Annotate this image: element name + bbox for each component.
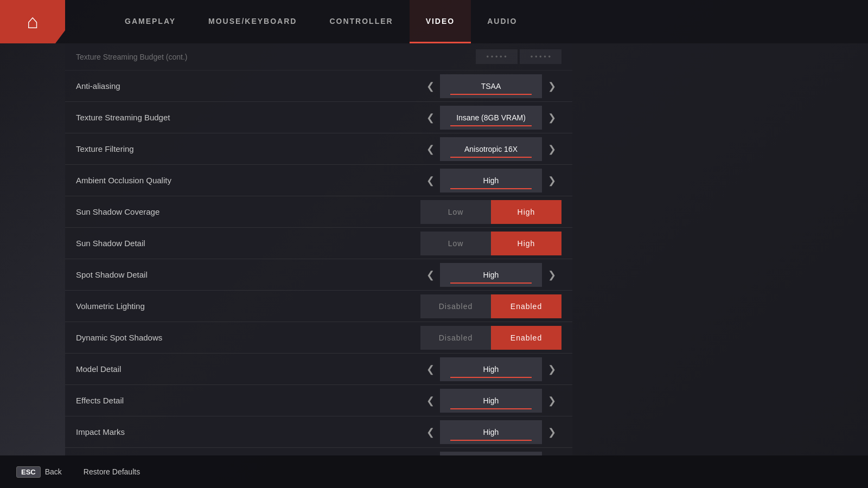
texture-filtering-control: ❮ Anisotropic 16X ❯: [420, 137, 561, 161]
ambient-occlusion-value: High: [440, 169, 542, 192]
impact-marks-label: Impact Marks: [76, 427, 420, 436]
effects-detail-next[interactable]: ❯: [542, 389, 561, 413]
ragdolls-prev[interactable]: ❮: [420, 452, 440, 456]
right-area: [572, 43, 868, 455]
partial-controls: • • • • • • • • • •: [476, 49, 561, 64]
texture-streaming-next[interactable]: ❯: [542, 106, 561, 130]
impact-marks-control: ❮ High ❯: [420, 420, 561, 444]
settings-list[interactable]: Texture Streaming Budget (cont.) • • • •…: [65, 43, 572, 455]
texture-filtering-next[interactable]: ❯: [542, 137, 561, 161]
restore-defaults-action[interactable]: Restore Defaults: [84, 467, 140, 476]
tab-mouse-keyboard[interactable]: MOUSE/KEYBOARD: [192, 0, 313, 43]
sun-shadow-coverage-low[interactable]: Low: [420, 200, 491, 224]
ragdolls-next[interactable]: ❯: [542, 452, 561, 456]
model-detail-control: ❮ High ❯: [420, 357, 561, 381]
nav-tabs: GAMEPLAY MOUSE/KEYBOARD CONTROLLER VIDEO…: [108, 0, 533, 43]
setting-row-effects-detail: Effects Detail ❮ High ❯: [65, 385, 572, 416]
main-content: Texture Streaming Budget (cont.) • • • •…: [0, 43, 868, 455]
dynamic-spot-shadows-disabled[interactable]: Disabled: [420, 326, 491, 350]
dynamic-spot-shadows-control: Disabled Enabled: [420, 326, 561, 350]
model-detail-next[interactable]: ❯: [542, 357, 561, 381]
effects-detail-value: High: [440, 389, 542, 413]
anti-aliasing-prev[interactable]: ❮: [420, 74, 440, 98]
spot-shadow-detail-control: ❮ High ❯: [420, 263, 561, 287]
setting-row-impact-marks: Impact Marks ❮ High ❯: [65, 416, 572, 448]
texture-streaming-label: Texture Streaming Budget: [76, 113, 420, 122]
sun-shadow-detail-label: Sun Shadow Detail: [76, 239, 420, 248]
setting-row-spot-shadow-detail: Spot Shadow Detail ❮ High ❯: [65, 259, 572, 291]
effects-detail-label: Effects Detail: [76, 396, 420, 405]
texture-streaming-control: ❮ Insane (8GB VRAM) ❯: [420, 106, 561, 130]
volumetric-lighting-enabled[interactable]: Enabled: [491, 294, 561, 318]
back-label: Back: [45, 467, 62, 476]
texture-streaming-prev[interactable]: ❮: [420, 106, 440, 130]
ambient-occlusion-control: ❮ High ❯: [420, 169, 561, 192]
texture-streaming-value: Insane (8GB VRAM): [440, 106, 542, 130]
volumetric-lighting-disabled[interactable]: Disabled: [420, 294, 491, 318]
logo-container: ⌂: [0, 0, 65, 43]
apex-logo: ⌂: [27, 10, 39, 33]
bottom-bar: ESC Back Restore Defaults: [0, 455, 868, 488]
texture-filtering-prev[interactable]: ❮: [420, 137, 440, 161]
impact-marks-next[interactable]: ❯: [542, 420, 561, 444]
restore-defaults-label: Restore Defaults: [84, 467, 140, 476]
setting-row-ragdolls: Ragdolls ❮ High ❯: [65, 448, 572, 455]
effects-detail-control: ❮ High ❯: [420, 389, 561, 413]
tab-controller[interactable]: CONTROLLER: [313, 0, 409, 43]
model-detail-label: Model Detail: [76, 364, 420, 374]
setting-row-sun-shadow-coverage: Sun Shadow Coverage Low High: [65, 196, 572, 228]
spot-shadow-detail-label: Spot Shadow Detail: [76, 270, 420, 279]
ambient-occlusion-next[interactable]: ❯: [542, 169, 561, 192]
texture-filtering-label: Texture Filtering: [76, 144, 420, 153]
texture-filtering-value: Anisotropic 16X: [440, 137, 542, 161]
ambient-occlusion-prev[interactable]: ❮: [420, 169, 440, 192]
volumetric-lighting-control: Disabled Enabled: [420, 294, 561, 318]
settings-panel: Texture Streaming Budget (cont.) • • • •…: [65, 43, 572, 455]
sun-shadow-coverage-label: Sun Shadow Coverage: [76, 207, 420, 216]
setting-row-texture-streaming: Texture Streaming Budget ❮ Insane (8GB V…: [65, 102, 572, 133]
impact-marks-prev[interactable]: ❮: [420, 420, 440, 444]
setting-row-volumetric-lighting: Volumetric Lighting Disabled Enabled: [65, 291, 572, 322]
sun-shadow-detail-control: Low High: [420, 232, 561, 255]
effects-detail-prev[interactable]: ❮: [420, 389, 440, 413]
ragdolls-control: ❮ High ❯: [420, 452, 561, 456]
partial-val1: • • • • •: [476, 49, 518, 64]
tab-video[interactable]: VIDEO: [410, 0, 471, 43]
partial-val2: • • • • •: [520, 49, 561, 64]
spot-shadow-detail-next[interactable]: ❯: [542, 263, 561, 287]
sun-shadow-coverage-high[interactable]: High: [491, 200, 561, 224]
setting-row-model-detail: Model Detail ❮ High ❯: [65, 354, 572, 385]
sun-shadow-coverage-control: Low High: [420, 200, 561, 224]
anti-aliasing-next[interactable]: ❯: [542, 74, 561, 98]
ambient-occlusion-label: Ambient Occlusion Quality: [76, 176, 420, 185]
header: ⌂ GAMEPLAY MOUSE/KEYBOARD CONTROLLER VID…: [0, 0, 868, 43]
setting-row-anti-aliasing: Anti-aliasing ❮ TSAA ❯: [65, 70, 572, 102]
tab-gameplay[interactable]: GAMEPLAY: [108, 0, 192, 43]
spot-shadow-detail-value: High: [440, 263, 542, 287]
back-action[interactable]: ESC Back: [16, 466, 62, 478]
dynamic-spot-shadows-label: Dynamic Spot Shadows: [76, 333, 420, 342]
sun-shadow-detail-low[interactable]: Low: [420, 232, 491, 255]
anti-aliasing-control: ❮ TSAA ❯: [420, 74, 561, 98]
ragdolls-value: High: [440, 452, 542, 456]
volumetric-lighting-label: Volumetric Lighting: [76, 301, 420, 311]
spot-shadow-detail-prev[interactable]: ❮: [420, 263, 440, 287]
model-detail-prev[interactable]: ❮: [420, 357, 440, 381]
setting-row-ambient-occlusion: Ambient Occlusion Quality ❮ High ❯: [65, 165, 572, 196]
impact-marks-value: High: [440, 420, 542, 444]
partial-label: Texture Streaming Budget (cont.): [76, 53, 476, 61]
anti-aliasing-label: Anti-aliasing: [76, 81, 420, 91]
dynamic-spot-shadows-enabled[interactable]: Enabled: [491, 326, 561, 350]
sun-shadow-detail-high[interactable]: High: [491, 232, 561, 255]
setting-row-sun-shadow-detail: Sun Shadow Detail Low High: [65, 228, 572, 259]
setting-row-texture-filtering: Texture Filtering ❮ Anisotropic 16X ❯: [65, 133, 572, 165]
tab-audio[interactable]: AUDIO: [471, 0, 533, 43]
model-detail-value: High: [440, 357, 542, 381]
anti-aliasing-value: TSAA: [440, 74, 542, 98]
setting-row-dynamic-spot-shadows: Dynamic Spot Shadows Disabled Enabled: [65, 322, 572, 354]
partial-row: Texture Streaming Budget (cont.) • • • •…: [65, 43, 572, 70]
esc-key: ESC: [16, 466, 41, 478]
